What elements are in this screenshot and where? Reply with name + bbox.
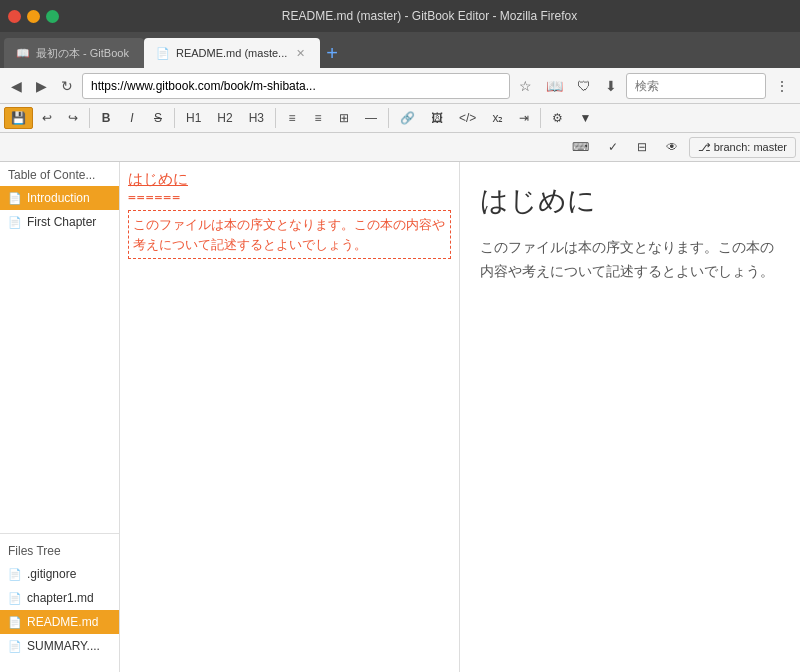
tab-readme-icon: 📄 xyxy=(156,47,170,60)
h2-button[interactable]: H2 xyxy=(210,107,239,129)
navbar: ◀ ▶ ↻ ☆ 📖 🛡 ⬇ ⋮ xyxy=(0,68,800,104)
summary-icon: 📄 xyxy=(8,640,22,653)
save-button[interactable]: 💾 xyxy=(4,107,33,129)
preview-area: はじめに このファイルは本の序文となります。この本の内容や考えについて記述すると… xyxy=(460,162,800,672)
sidebar-item-introduction[interactable]: 📄 Introduction xyxy=(0,186,119,210)
italic-button[interactable]: I xyxy=(120,107,144,129)
sidebar-file-summary-label: SUMMARY.... xyxy=(27,639,100,653)
ordered-list-button[interactable]: ≡ xyxy=(306,107,330,129)
undo-button[interactable]: ↩ xyxy=(35,107,59,129)
toc-title: Table of Conte... xyxy=(0,162,119,186)
tab-readme[interactable]: 📄 README.md (maste... ✕ xyxy=(144,38,320,68)
forward-button[interactable]: ▶ xyxy=(31,75,52,97)
indent-button[interactable]: ⇥ xyxy=(512,107,536,129)
separator-2 xyxy=(174,108,175,128)
hr-button[interactable]: — xyxy=(358,107,384,129)
code-button[interactable]: </> xyxy=(452,107,483,129)
gitignore-icon: 📄 xyxy=(8,568,22,581)
bold-button[interactable]: B xyxy=(94,107,118,129)
sidebar: Table of Conte... 📄 Introduction 📄 First… xyxy=(0,162,120,672)
branch-button[interactable]: ⎇ branch: master xyxy=(689,137,796,158)
close-window-btn[interactable] xyxy=(8,10,21,23)
sidebar-file-readme[interactable]: 📄 README.md xyxy=(0,610,119,634)
tab-readme-close[interactable]: ✕ xyxy=(293,46,308,61)
sidebar-file-chapter1[interactable]: 📄 chapter1.md xyxy=(0,586,119,610)
h3-button[interactable]: H3 xyxy=(242,107,271,129)
redo-button[interactable]: ↪ xyxy=(61,107,85,129)
sidebar-item-introduction-label: Introduction xyxy=(27,191,90,205)
preview-button[interactable]: 👁 xyxy=(658,136,686,158)
separator-4 xyxy=(388,108,389,128)
introduction-icon: 📄 xyxy=(8,192,22,205)
separator-5 xyxy=(540,108,541,128)
preview-body: このファイルは本の序文となります。この本の内容や考えについて記述するとよいでしょ… xyxy=(480,236,780,284)
editor-heading: はじめに xyxy=(128,170,451,189)
sidebar-file-gitignore-label: .gitignore xyxy=(27,567,76,581)
tab-gitbook-icon: 📖 xyxy=(16,47,30,60)
image-button[interactable]: 🖼 xyxy=(424,107,450,129)
sidebar-file-gitignore[interactable]: 📄 .gitignore xyxy=(0,562,119,586)
minimize-window-btn[interactable] xyxy=(27,10,40,23)
tabbar: 📖 最初の本 - GitBook 📄 README.md (maste... ✕… xyxy=(0,32,800,68)
keyboard-button[interactable]: ⌨ xyxy=(564,136,597,158)
files-title: Files Tree xyxy=(0,538,119,562)
search-input[interactable] xyxy=(626,73,766,99)
sidebar-item-first-chapter[interactable]: 📄 First Chapter xyxy=(0,210,119,234)
sidebar-file-chapter1-label: chapter1.md xyxy=(27,591,94,605)
sidebar-file-summary[interactable]: 📄 SUMMARY.... xyxy=(0,634,119,658)
editor-area[interactable]: はじめに ====== このファイルは本の序文となります。この本の内容や考えにつ… xyxy=(120,162,460,672)
sidebar-divider xyxy=(0,533,119,534)
new-tab-button[interactable]: + xyxy=(320,38,344,68)
unordered-list-button[interactable]: ≡ xyxy=(280,107,304,129)
refresh-button[interactable]: ↻ xyxy=(56,75,78,97)
h1-button[interactable]: H1 xyxy=(179,107,208,129)
settings-icon[interactable]: ⚙ xyxy=(545,107,570,129)
editor-body[interactable]: このファイルは本の序文となります。この本の内容や考えについて記述するとよいでしょ… xyxy=(128,210,451,259)
split-view-button[interactable]: ⊟ xyxy=(629,136,655,158)
tab-readme-label: README.md (maste... xyxy=(176,47,287,59)
url-bar[interactable] xyxy=(82,73,510,99)
strikethrough-button[interactable]: S xyxy=(146,107,170,129)
editor-toolbar: 💾 ↩ ↪ B I S H1 H2 H3 ≡ ≡ ⊞ — 🔗 🖼 </> x₂ … xyxy=(0,104,800,133)
window-title: README.md (master) - GitBook Editor - Mo… xyxy=(67,9,792,23)
tab-gitbook-label: 最初の本 - GitBook xyxy=(36,46,132,61)
reader-icon[interactable]: 📖 xyxy=(541,75,568,97)
maximize-window-btn[interactable] xyxy=(46,10,59,23)
shield-icon[interactable]: 🛡 xyxy=(572,75,596,97)
editor-toolbar2: ⌨ ✓ ⊟ 👁 ⎇ branch: master xyxy=(0,133,800,162)
editor-underline-marks: ====== xyxy=(128,189,451,204)
check-button[interactable]: ✓ xyxy=(600,136,626,158)
sidebar-item-first-chapter-label: First Chapter xyxy=(27,215,96,229)
window-controls xyxy=(8,10,59,23)
titlebar: README.md (master) - GitBook Editor - Mo… xyxy=(0,0,800,32)
more-tools-icon[interactable]: ⋮ xyxy=(770,75,794,97)
bookmark-star-icon[interactable]: ☆ xyxy=(514,75,537,97)
subscript-button[interactable]: x₂ xyxy=(485,107,510,129)
more-icon[interactable]: ▼ xyxy=(572,107,598,129)
separator-1 xyxy=(89,108,90,128)
preview-heading: はじめに xyxy=(480,182,780,220)
separator-3 xyxy=(275,108,276,128)
back-button[interactable]: ◀ xyxy=(6,75,27,97)
download-icon[interactable]: ⬇ xyxy=(600,75,622,97)
main-area: Table of Conte... 📄 Introduction 📄 First… xyxy=(0,162,800,672)
readme-icon: 📄 xyxy=(8,616,22,629)
first-chapter-icon: 📄 xyxy=(8,216,22,229)
sidebar-file-readme-label: README.md xyxy=(27,615,98,629)
link-button[interactable]: 🔗 xyxy=(393,107,422,129)
table-button[interactable]: ⊞ xyxy=(332,107,356,129)
chapter1-icon: 📄 xyxy=(8,592,22,605)
tab-gitbook[interactable]: 📖 最初の本 - GitBook xyxy=(4,38,144,68)
